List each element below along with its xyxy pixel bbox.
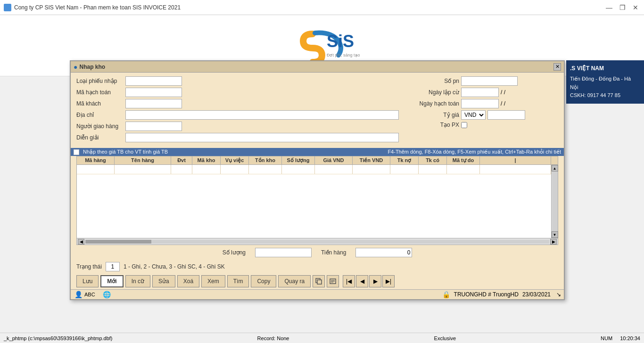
tim-button[interactable]: Tìm	[227, 275, 249, 287]
ma-khach-input[interactable]	[125, 99, 182, 108]
maximize-button[interactable]: ❐	[618, 3, 627, 12]
col-header-matydo: Mã tự do	[447, 156, 480, 164]
status-user: 👤 ABC	[74, 291, 95, 298]
ty-gia-input[interactable]	[487, 110, 525, 120]
status-hint: 1 - Ghi, 2 - Chưa, 3 - Ghi SC, 4 - Ghi S…	[124, 263, 225, 270]
grid-hint-bar: Nhập theo giá TB cho VT tính giá TB F4-T…	[71, 148, 564, 156]
row-loai-phieu: Loại phiếu nhập	[76, 76, 407, 86]
hscroll-thumb	[85, 240, 151, 244]
col-header-tienvnd: Tiền VND	[353, 156, 390, 164]
row-nguoi-giao-hang: Người giao hàng	[76, 122, 407, 131]
quay-ra-button[interactable]: Quay ra	[278, 275, 311, 287]
nav-prev[interactable]: ◀	[356, 275, 368, 287]
window-close-button[interactable]: ✕	[631, 3, 640, 12]
dien-giai-input[interactable]	[125, 133, 399, 142]
tien-hang-label: Tiền hàng	[321, 249, 346, 256]
form-area: Loại phiếu nhập Mã hạch toán Mã khách Đị…	[71, 73, 564, 148]
row-so-pn: Số pn	[407, 76, 558, 86]
col-header-vuviec: Vụ việc	[221, 156, 249, 164]
ngay-lap-input[interactable]	[461, 88, 499, 97]
row-ma-khach: Mã khách	[76, 99, 407, 108]
nguoi-giao-hang-input[interactable]	[125, 122, 182, 131]
hscroll-left[interactable]: ◀	[78, 239, 84, 245]
so-luong-summary[interactable]	[255, 248, 312, 257]
grid-body[interactable]	[77, 165, 551, 238]
row-ma-hach-toan: Mã hạch toán	[76, 88, 407, 97]
loai-phieu-input[interactable]	[125, 76, 182, 86]
status-right: 🔒 TRUONGHD # TruongHD 23/03/2021	[442, 291, 551, 298]
icon-btn-2[interactable]	[327, 275, 339, 287]
nav-next[interactable]: ▶	[369, 275, 381, 287]
ma-hach-toan-input[interactable]	[125, 88, 182, 97]
form-left: Loại phiếu nhập Mã hạch toán Mã khách Đị…	[76, 76, 407, 144]
row-tao-px: Tạo PX	[407, 122, 558, 128]
col-header-mahang: Mã hàng	[77, 156, 115, 164]
grid-vscroll[interactable]: ▲ ▼	[551, 165, 558, 238]
grid-hscroll[interactable]: ◀ ▶	[77, 238, 558, 245]
dia-chi-label: Địa chỉ	[76, 112, 124, 118]
hint-left: Nhập theo giá TB cho VT tính giá TB	[83, 149, 168, 155]
dialog-statusbar: 👤 ABC 🌐 🔒 TRUONGHD # TruongHD 23/03/2021…	[71, 289, 564, 299]
cell-makho	[192, 165, 221, 174]
company-address: Tiến Đông - Đống Đa - Hà Nội	[570, 75, 640, 91]
dia-chi-input[interactable]	[125, 110, 399, 120]
right-panel: .S VIỆT NAM Tiến Đông - Đống Đa - Hà Nội…	[566, 60, 644, 104]
moi-button[interactable]: Mới	[100, 275, 123, 287]
title-bar-left: Cong ty CP SIS Viet Nam - Phan mem ke to…	[4, 4, 181, 11]
hscroll-track	[85, 240, 549, 244]
icon-btn-1[interactable]	[313, 275, 325, 287]
sua-button[interactable]: Sửa	[152, 275, 175, 287]
col-header-soluong: Số lượng	[282, 156, 315, 164]
hscroll-right[interactable]: ▶	[550, 239, 557, 245]
ngay-hach-toan-input[interactable]	[461, 99, 499, 108]
in-cu-button[interactable]: In cữ	[125, 275, 150, 287]
resize-handle[interactable]: ↘	[556, 291, 560, 298]
nav-first[interactable]: |◀	[343, 275, 355, 287]
nav-buttons: |◀ ◀ ▶ ▶|	[343, 275, 395, 287]
tien-hang-summary[interactable]	[355, 248, 412, 257]
nav-last[interactable]: ▶|	[382, 275, 395, 287]
cell-tonkho	[249, 165, 282, 174]
ma-khach-label: Mã khách	[76, 100, 124, 107]
vscroll-down[interactable]: ▼	[552, 231, 558, 238]
summary-row: Số lượng Tiền hàng	[71, 245, 564, 260]
trang-thai-input[interactable]	[106, 262, 120, 271]
loai-phieu-label: Loại phiếu nhập	[76, 78, 124, 84]
statusbar-time: 10:20:34	[620, 335, 640, 341]
col-header-tkco: Tk có	[419, 156, 447, 164]
truong-info: TRUONGHD # TruongHD	[454, 291, 519, 298]
dialog-title: ● Nhap kho	[74, 63, 105, 71]
so-pn-input[interactable]	[461, 76, 518, 86]
cell-vuviec	[221, 165, 249, 174]
dialog-close-button[interactable]: ✕	[553, 63, 561, 71]
copy-button[interactable]: Copy	[251, 275, 276, 287]
date-sep-2: / /	[501, 100, 505, 107]
statusbar-exclusive: Exclusive	[434, 335, 456, 341]
xem-button[interactable]: Xem	[201, 275, 225, 287]
tao-px-checkbox[interactable]	[461, 122, 467, 128]
dialog-titlebar: ● Nhap kho ✕	[71, 61, 564, 73]
cell-mahang	[77, 165, 115, 174]
luu-button[interactable]: Lưu	[76, 275, 99, 287]
app-icon	[4, 4, 11, 11]
col-header-tenhang: Tên hàng	[115, 156, 171, 164]
col-header-dvt: Đvt	[171, 156, 192, 164]
cell-tkco	[419, 165, 447, 174]
vscroll-track	[552, 172, 558, 231]
vnd-select[interactable]: VND USD	[461, 110, 486, 120]
vscroll-up[interactable]: ▲	[552, 165, 558, 172]
status-row: Trạng thái 1 - Ghi, 2 - Chưa, 3 - Ghi SC…	[71, 260, 564, 273]
minimize-button[interactable]: —	[604, 3, 614, 12]
grid-header: Mã hàng Tên hàng Đvt Mã kho Vụ việc Tồn …	[77, 156, 558, 165]
username: ABC	[84, 292, 95, 297]
row-ngay-lap: Ngày lập cừ / /	[407, 88, 558, 97]
cell-extra	[480, 165, 551, 174]
col-header-makho: Mã kho	[192, 156, 221, 164]
xoa-button[interactable]: Xoá	[177, 275, 199, 287]
row-ngay-hach-toan: Ngày hạch toán / /	[407, 99, 558, 108]
hint-checkbox[interactable]	[74, 149, 79, 155]
date-sep-1: / /	[501, 89, 505, 96]
row-dia-chi: Địa chỉ	[76, 110, 407, 120]
cell-dvt	[171, 165, 192, 174]
statusbar-num: NUM	[601, 335, 612, 341]
